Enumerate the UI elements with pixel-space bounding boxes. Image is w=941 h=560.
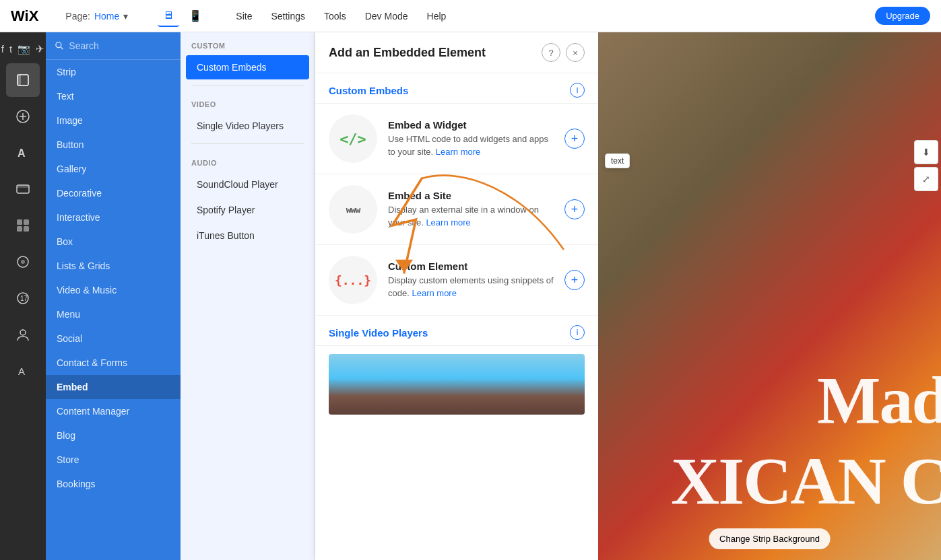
middle-item-single-video[interactable]: Single Video Players <box>186 114 309 138</box>
video-thumbnail <box>329 354 585 415</box>
svg-text:17: 17 <box>20 295 28 302</box>
menu-item-button[interactable]: Button <box>46 133 181 157</box>
download-icon[interactable]: ⬇ <box>914 140 938 164</box>
page-label: Page: <box>65 11 90 22</box>
menu-item-blog[interactable]: Blog <box>46 423 181 448</box>
custom-element-title: Custom Element <box>388 260 554 272</box>
embed-site-content: Embed a Site Display an external site in… <box>388 190 554 228</box>
modal-close-btn[interactable]: × <box>566 43 585 62</box>
social-icons-row: f t 📷 ✈ <box>0 38 47 61</box>
sidebar-blog-icon[interactable]: 17 <box>6 281 40 315</box>
embed-site-title: Embed a Site <box>388 190 554 201</box>
middle-item-itunes[interactable]: iTunes Button <box>186 223 309 248</box>
upgrade-button[interactable]: Upgrade <box>875 7 930 25</box>
sidebar-media-icon[interactable] <box>6 172 40 206</box>
bg-text-mad: Mad <box>817 361 941 439</box>
main-area: f t 📷 ✈ A <box>0 32 941 560</box>
svg-rect-10 <box>17 226 22 232</box>
svg-rect-9 <box>24 219 29 225</box>
mobile-view-icon[interactable]: 📱 <box>185 5 206 27</box>
modal-title: Add an Embedded Element <box>329 46 486 60</box>
sidebar-apps-icon[interactable] <box>6 209 40 242</box>
sidebar-widgets-icon[interactable] <box>6 245 40 279</box>
middle-panel: CUSTOM Custom Embeds VIDEO Single Video … <box>181 32 315 560</box>
svg-rect-8 <box>17 219 22 225</box>
custom-element-add-btn[interactable]: + <box>564 270 585 290</box>
custom-embeds-section-header: Custom Embeds i <box>315 73 598 104</box>
bg-text-xican: XICAN C <box>671 442 941 520</box>
nav-site[interactable]: Site <box>236 11 252 22</box>
section-label-custom: CUSTOM <box>181 32 315 54</box>
desktop-view-icon[interactable]: 🖥 <box>158 5 179 27</box>
top-nav: WiX Page: Home ▾ 🖥 📱 Site Settings Tools… <box>0 0 941 32</box>
modal-header-icons: ? × <box>542 43 585 62</box>
instagram-icon[interactable]: 📷 <box>18 43 30 55</box>
middle-item-soundcloud[interactable]: SoundCloud Player <box>186 172 309 197</box>
sidebar-add-icon[interactable] <box>6 100 40 133</box>
search-bar <box>46 32 181 60</box>
modal-help-btn[interactable]: ? <box>542 43 560 62</box>
menu-item-content-manager[interactable]: Content Manager <box>46 399 181 423</box>
embed-widget-title: Embed a Widget <box>388 119 554 131</box>
search-input[interactable] <box>69 40 171 51</box>
nav-help[interactable]: Help <box>427 11 447 22</box>
svg-point-18 <box>56 42 61 48</box>
embed-widget-add-btn[interactable]: + <box>564 129 585 149</box>
menu-item-image[interactable]: Image <box>46 108 181 133</box>
sidebar-pages-icon[interactable] <box>6 63 40 97</box>
modal-panel: Add an Embedded Element ? × Custom Embed… <box>315 32 598 560</box>
custom-element-card: {...} Custom Element Display custom elem… <box>315 245 598 316</box>
twitter-icon[interactable]: t <box>9 43 12 55</box>
tripadvisor-icon[interactable]: ✈ <box>36 43 44 55</box>
sidebar-store-icon[interactable]: A <box>6 354 40 388</box>
menu-item-box[interactable]: Box <box>46 230 181 254</box>
menu-item-store[interactable]: Store <box>46 448 181 472</box>
menu-item-embed[interactable]: Embed <box>46 375 181 399</box>
menu-item-strip[interactable]: Strip <box>46 60 181 84</box>
background-area: text Mad XICAN C Change Strip Background… <box>598 32 941 560</box>
single-video-info-icon[interactable]: i <box>570 325 585 340</box>
middle-item-spotify[interactable]: Spotify Player <box>186 198 309 222</box>
embed-site-icon: www <box>329 185 377 234</box>
menu-item-lists-grids[interactable]: Lists & Grids <box>46 254 181 278</box>
menu-item-text[interactable]: Text <box>46 84 181 108</box>
menu-item-social[interactable]: Social <box>46 326 181 351</box>
menu-item-contact-forms[interactable]: Contact & Forms <box>46 351 181 375</box>
menu-item-video-music[interactable]: Video & Music <box>46 278 181 302</box>
svg-line-19 <box>61 47 63 50</box>
embed-site-learn-more[interactable]: Learn more <box>426 217 470 228</box>
right-controls: ⬇ ⤢ <box>914 140 938 191</box>
svg-text:A: A <box>18 147 26 159</box>
divider-2 <box>191 143 304 144</box>
embed-widget-learn-more[interactable]: Learn more <box>436 147 480 157</box>
custom-element-learn-more[interactable]: Learn more <box>412 288 456 298</box>
nav-settings[interactable]: Settings <box>271 11 305 22</box>
expand-icon[interactable]: ⤢ <box>914 167 938 191</box>
embed-widget-desc: Use HTML code to add widgets and apps to… <box>388 133 554 158</box>
page-name[interactable]: Home <box>94 11 119 22</box>
embed-widget-icon: </> <box>329 114 377 163</box>
custom-embeds-title: Custom Embeds <box>329 85 408 96</box>
svg-rect-11 <box>24 226 29 232</box>
middle-item-custom-embeds[interactable]: Custom Embeds <box>186 55 309 79</box>
menu-item-gallery[interactable]: Gallery <box>46 157 181 181</box>
facebook-icon[interactable]: f <box>1 43 4 55</box>
nav-tools[interactable]: Tools <box>324 11 346 22</box>
svg-text:A: A <box>18 365 25 377</box>
edit-text-tooltip: text <box>605 153 630 168</box>
nav-devmode[interactable]: Dev Mode <box>365 11 408 22</box>
custom-element-icon: {...} <box>329 256 377 304</box>
menu-item-decorative[interactable]: Decorative <box>46 181 181 205</box>
embed-site-add-btn[interactable]: + <box>564 199 585 219</box>
page-dropdown-icon[interactable]: ▾ <box>123 11 128 22</box>
menu-item-interactive[interactable]: Interactive <box>46 205 181 230</box>
sidebar-contacts-icon[interactable] <box>6 318 40 351</box>
nav-items: Site Settings Tools Dev Mode Help <box>236 11 446 22</box>
custom-embeds-info-icon[interactable]: i <box>570 83 585 98</box>
menu-item-bookings[interactable]: Bookings <box>46 472 181 496</box>
menu-item-menu[interactable]: Menu <box>46 302 181 326</box>
sidebar-text-icon[interactable]: A <box>6 136 40 170</box>
icon-sidebar: f t 📷 ✈ A <box>0 32 46 560</box>
change-strip-button[interactable]: Change Strip Background <box>709 528 831 549</box>
svg-point-13 <box>21 260 25 264</box>
